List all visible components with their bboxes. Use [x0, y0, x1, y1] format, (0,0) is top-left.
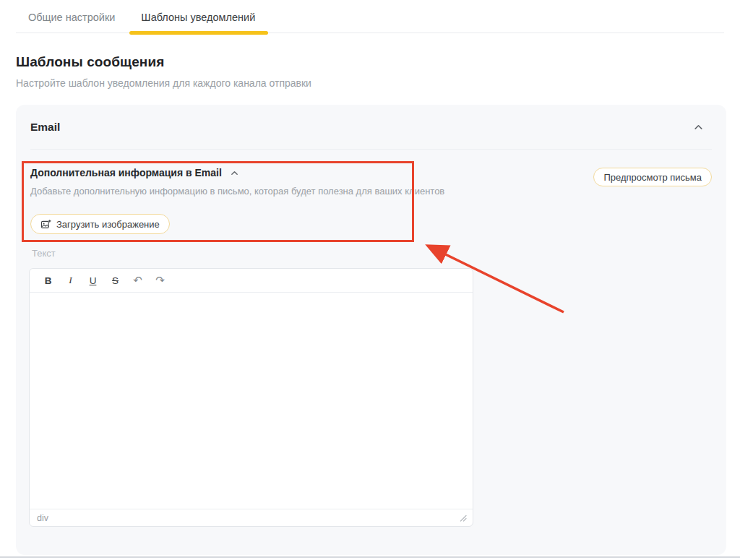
image-icon	[40, 219, 51, 230]
email-extra-info-description: Добавьте дополнительную информацию в пис…	[30, 186, 444, 197]
page: Общие настройки Шаблоны уведомлений Шабл…	[0, 0, 740, 89]
editor-element-path: div	[37, 513, 48, 523]
preview-email-button[interactable]: Предпросмотр письма	[593, 168, 712, 186]
undo-icon[interactable]: ↶	[126, 271, 149, 290]
bottom-divider	[0, 556, 740, 558]
upload-image-label: Загрузить изображение	[56, 219, 160, 230]
chevron-up-icon[interactable]	[231, 169, 238, 177]
tab-label: Общие настройки	[28, 12, 115, 23]
editor-content-area[interactable]	[30, 293, 473, 509]
rich-text-editor: B I U S ↶ ↷ div	[29, 268, 473, 527]
email-template-card: Email Дополнительная информация в Email …	[16, 105, 726, 555]
resize-handle-icon[interactable]	[460, 514, 467, 522]
email-extra-info-title: Дополнительная информация в Email	[30, 167, 222, 178]
bold-button[interactable]: B	[37, 271, 59, 290]
page-subtitle: Настройте шаблон уведомления для каждого…	[16, 77, 724, 89]
editor-status-bar: div	[30, 509, 473, 526]
page-title: Шаблоны сообщения	[16, 54, 724, 70]
redo-icon[interactable]: ↷	[149, 271, 171, 290]
upload-image-button[interactable]: Загрузить изображение	[30, 214, 170, 234]
chevron-up-icon[interactable]	[694, 123, 703, 132]
tab-general-settings[interactable]: Общие настройки	[16, 4, 129, 33]
editor-toolbar: B I U S ↶ ↷	[30, 269, 473, 293]
preview-email-label: Предпросмотр письма	[603, 172, 702, 183]
italic-button[interactable]: I	[59, 271, 82, 290]
email-extra-info-toggle[interactable]: Дополнительная информация в Email	[30, 167, 238, 178]
tab-label: Шаблоны уведомлений	[141, 12, 255, 23]
page-head: Шаблоны сообщения Настройте шаблон уведо…	[16, 54, 724, 89]
tab-notification-templates[interactable]: Шаблоны уведомлений	[129, 4, 269, 33]
strikethrough-button[interactable]: S	[104, 271, 126, 290]
tab-bar: Общие настройки Шаблоны уведомлений	[16, 0, 724, 33]
editor-label: Текст	[32, 248, 56, 259]
email-card-header[interactable]: Email	[16, 105, 726, 150]
underline-button[interactable]: U	[82, 271, 104, 290]
email-card-title: Email	[30, 121, 60, 134]
